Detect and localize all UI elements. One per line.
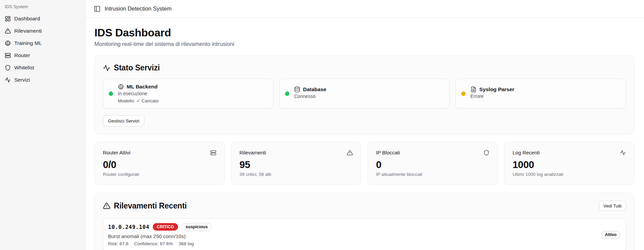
detection-description: Burst anomali (max 250 conn/10s): [108, 233, 212, 239]
stat-value: 95: [239, 159, 353, 170]
service-status: In esecuzione: [118, 91, 159, 96]
activity-icon: [103, 64, 110, 72]
shield-icon: [5, 65, 11, 71]
status-dot: [285, 91, 289, 96]
sidebar-item-label: Training ML: [14, 40, 42, 46]
sidebar-item-label: Router: [14, 52, 30, 59]
detection-risk: Risk: 87.6: [108, 241, 128, 246]
file-text-icon: [470, 86, 477, 93]
brain-icon: [5, 40, 11, 46]
detection-log-count: 368 log: [179, 241, 194, 246]
stats-grid: Router Attivi 0/0 Router configurati Ril…: [94, 142, 634, 185]
stat-card-ip-bloccati: IP Bloccati 0 IP attualmente bloccati: [368, 142, 498, 185]
services-card: Stato Servizi ML Backend In esecuzione M…: [94, 55, 634, 134]
server-icon: [5, 52, 11, 59]
sidebar-item-label: Rilevamenti: [14, 28, 42, 34]
detections-card: Rilevamenti Recenti Vedi Tutti 10.0.249.…: [94, 193, 634, 250]
status-dot: [109, 91, 113, 96]
stat-title: Rilevamenti: [239, 150, 266, 155]
activity-icon: [620, 150, 626, 156]
detections-card-title: Rilevamenti Recenti: [114, 201, 187, 211]
stat-card-log-recenti: Log Recenti 1000 Ultimi 1000 log analizz…: [504, 142, 634, 185]
stat-caption: IP attualmente bloccati: [376, 172, 489, 177]
alert-triangle-icon: [347, 150, 353, 156]
page-title: IDS Dashboard: [94, 27, 634, 39]
sidebar-item-router[interactable]: Router: [0, 49, 85, 62]
detection-meta: Risk: 87.6 Confidence: 87.6% 368 log: [108, 241, 212, 246]
brain-icon: [118, 84, 124, 90]
app-root: IDS System Dashboard Rilevamenti Trainin…: [0, 0, 644, 250]
service-grid: ML Backend In esecuzione Modello: ✓ Cari…: [103, 79, 626, 109]
page-content: IDS Dashboard Monitoring real-time del s…: [86, 18, 644, 250]
shield-icon: [483, 150, 489, 156]
sidebar-item-rilevamenti[interactable]: Rilevamenti: [0, 25, 85, 37]
detection-row: 10.0.249.104 CRITICO suspicious Burst an…: [103, 218, 626, 250]
services-card-title: Stato Servizi: [114, 63, 160, 72]
tag-badge: suspicious: [181, 223, 212, 231]
stat-title: IP Bloccati: [376, 150, 400, 155]
layout-dashboard-icon: [5, 16, 11, 22]
state-badge: Attivo: [601, 231, 620, 238]
service-detail: Modello: ✓ Caricato: [118, 98, 159, 103]
stat-card-rilevamenti: Rilevamenti 95 39 critici, 56 alti: [231, 142, 361, 185]
sidebar-item-dashboard[interactable]: Dashboard: [0, 13, 85, 25]
activity-icon: [5, 77, 11, 83]
service-status: Errore: [470, 94, 514, 99]
service-name: Database: [303, 86, 326, 93]
sidebar-nav: Dashboard Rilevamenti Training ML Router…: [0, 13, 85, 86]
service-name: Syslog Parser: [479, 86, 514, 93]
services-card-header: Stato Servizi: [103, 63, 626, 72]
view-all-button[interactable]: Vedi Tutti: [599, 201, 626, 211]
service-box-syslog-parser: Syslog Parser Errore: [455, 79, 626, 109]
stat-caption: Router configurati: [103, 172, 216, 177]
service-name: ML Backend: [127, 84, 158, 90]
severity-badge: CRITICO: [153, 223, 178, 231]
detection-ip: 10.0.249.104: [108, 224, 149, 230]
sidebar-item-training-ml[interactable]: Training ML: [0, 37, 85, 49]
sidebar-item-servizi[interactable]: Servizi: [0, 74, 85, 86]
stat-card-router-attivi: Router Attivi 0/0 Router configurati: [94, 142, 225, 185]
stat-value: 0: [376, 159, 489, 170]
sidebar-item-whitelist[interactable]: Whitelist: [0, 62, 85, 74]
sidebar: IDS System Dashboard Rilevamenti Trainin…: [0, 0, 86, 250]
sidebar-item-label: Dashboard: [14, 16, 40, 22]
stat-caption: Ultimi 1000 log analizzati: [513, 172, 626, 177]
stat-value: 0/0: [103, 159, 216, 170]
stat-value: 1000: [513, 159, 626, 170]
service-box-database: Database Connesso: [279, 79, 450, 109]
page-subtitle: Monitoring real-time del sistema di rile…: [94, 41, 634, 47]
service-box-ml-backend: ML Backend In esecuzione Modello: ✓ Cari…: [103, 79, 273, 109]
alert-triangle-icon: [103, 202, 110, 210]
manage-services-button[interactable]: Gestisci Servizi: [103, 115, 144, 127]
sidebar-item-label: Whitelist: [14, 65, 34, 71]
stat-title: Log Recenti: [513, 150, 540, 155]
database-icon: [294, 86, 300, 93]
status-dot: [461, 91, 466, 96]
server-icon: [210, 150, 216, 156]
service-status: Connesso: [294, 94, 326, 99]
detection-confidence: Confidence: 87.6%: [134, 241, 173, 246]
stat-caption: 39 critici, 56 alti: [239, 172, 353, 177]
panel-left-toggle-icon[interactable]: [94, 5, 101, 12]
topbar: Intrusion Detection System: [86, 0, 644, 18]
main-area: Intrusion Detection System IDS Dashboard…: [86, 0, 644, 250]
stat-title: Router Attivi: [103, 150, 130, 155]
sidebar-item-label: Servizi: [14, 77, 30, 83]
detections-card-header: Rilevamenti Recenti Vedi Tutti: [103, 201, 626, 211]
sidebar-title: IDS System: [0, 4, 85, 11]
app-title: Intrusion Detection System: [105, 5, 172, 12]
alert-triangle-icon: [5, 28, 11, 34]
